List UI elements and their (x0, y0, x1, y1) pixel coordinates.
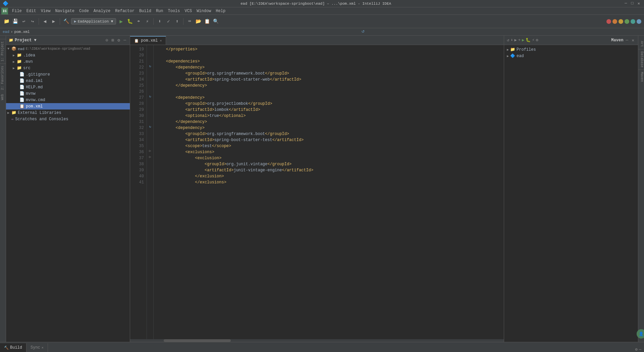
menu-analyze[interactable]: Analyze (92, 8, 112, 14)
color-red[interactable] (606, 19, 611, 24)
run-config-btn[interactable]: ▶ EadApplication ▼ (71, 18, 116, 25)
color-green[interactable] (625, 19, 629, 24)
maximize-btn[interactable]: □ (630, 1, 635, 6)
redo-btn[interactable]: ↪ (29, 18, 36, 25)
project-tree: ▼ 📦 ead E:\IDEA\workspace-springboot\ead… (6, 45, 130, 342)
fold-arrow-37[interactable]: ▷ (149, 155, 151, 159)
tree-idea[interactable]: ▶ 📁 .idea (6, 52, 130, 58)
code-line-38: <groupId>org.junit.vintage</groupId> (156, 161, 501, 167)
maven-minimize-btn[interactable]: — (625, 37, 629, 43)
bottom-tab-build[interactable]: 🔨 Build (0, 343, 26, 352)
back-btn[interactable]: ◀ (41, 18, 49, 25)
maven-download-btn[interactable]: ⬇ (511, 38, 513, 43)
vtab-project[interactable]: 1: Project (0, 39, 6, 63)
menu-view[interactable]: View (39, 8, 53, 14)
maven-run-btn[interactable]: ▶ (522, 38, 524, 43)
panel-header-buttons: ⊙ ⊞ ⚙ — (105, 37, 127, 43)
vtab-maven[interactable]: Maven (638, 70, 644, 84)
color-blue[interactable] (637, 19, 641, 24)
vtab-favorites[interactable]: 2: Favorites (0, 63, 6, 92)
tree-external-libs[interactable]: ▶ 📁 External Libraries (6, 109, 130, 116)
code-line-21: <dependencies> (156, 58, 501, 64)
menu-tools[interactable]: Tools (166, 8, 182, 14)
terminal-btn[interactable]: ⌨ (186, 18, 193, 25)
bottom-settings-btn[interactable]: ⚙ (635, 347, 638, 352)
panel-expand-btn[interactable]: ⊞ (111, 37, 115, 43)
maven-btn[interactable]: 📋 (203, 18, 211, 25)
tab-close-btn[interactable]: ✕ (160, 39, 162, 43)
vtab-database[interactable]: Database (638, 49, 644, 70)
maven-ead[interactable]: ▶ 🔷 ead (505, 53, 637, 59)
tree-mvnw-cmd[interactable]: ▶ 📄 mvnw.cmd (6, 97, 130, 103)
menu-refactor[interactable]: Refactor (113, 8, 137, 14)
bottom-tab-sync[interactable]: Sync ✕ (26, 343, 48, 352)
tree-help-md[interactable]: ▶ 📄 HELP.md (6, 84, 130, 90)
code-line-27: <dependency> (156, 95, 501, 101)
color-yellow[interactable] (619, 19, 623, 24)
explorer-btn[interactable]: 📂 (195, 18, 202, 25)
window-controls[interactable]: — □ ✕ (623, 1, 641, 6)
minimize-btn[interactable]: — (623, 1, 628, 6)
tree-pom-xml[interactable]: ▶ 📋 pom.xml (6, 103, 130, 109)
menu-vcs[interactable]: VCS (183, 8, 194, 14)
maven-skip-tests-btn[interactable]: ⚡ (532, 38, 534, 43)
gutter-arrow-27[interactable]: ↻ (149, 94, 151, 98)
vcs-push-btn[interactable]: ⬆ (173, 18, 181, 25)
bottom-minimize-btn[interactable]: — (639, 347, 641, 352)
fold-arrow-36[interactable]: ▷ (149, 149, 151, 153)
panel-locate-btn[interactable]: ⊙ (105, 37, 109, 43)
gutter-arrow-22[interactable]: ↻ (149, 64, 151, 68)
menu-window[interactable]: Window (195, 8, 213, 14)
tree-mvnw[interactable]: ▶ 📄 mvnw (6, 90, 130, 97)
coverage-btn[interactable]: ☂ (135, 18, 142, 25)
maven-settings-btn[interactable]: ⚙ (536, 38, 538, 43)
panel-settings-btn[interactable]: ⚙ (116, 37, 121, 43)
menu-build[interactable]: Build (137, 8, 153, 14)
code-editor[interactable]: </properties> <dependencies> <dependency… (154, 45, 504, 339)
maven-lifecycle-btn[interactable]: ▶ (514, 38, 517, 43)
tree-gitignore[interactable]: ▶ 📄 .gitignore (6, 71, 130, 78)
menu-navigate[interactable]: Navigate (53, 8, 76, 14)
editor-scrollbar-h[interactable] (130, 339, 504, 342)
search-everywhere-btn[interactable]: 🔍 (212, 18, 219, 25)
sync-tab-close[interactable]: ✕ (42, 346, 44, 350)
editor-tab-pom[interactable]: 📋 pom.xml ✕ (130, 36, 166, 45)
breadcrumb-file[interactable]: pom.xml (14, 30, 30, 34)
tree-mvn[interactable]: ▶ 📁 .mvn (6, 58, 130, 65)
maven-header-right-btns: — ✕ (625, 37, 635, 43)
menu-file[interactable]: File (10, 8, 24, 14)
forward-btn[interactable]: ▶ (50, 18, 57, 25)
breadcrumb-project[interactable]: ead (3, 30, 9, 34)
tree-src[interactable]: ▶ 📁 src (6, 65, 130, 71)
menu-help[interactable]: Help (214, 8, 227, 14)
maven-add-btn[interactable]: + (518, 38, 521, 43)
color-orange[interactable] (612, 19, 617, 24)
run-btn[interactable]: ▶ (117, 18, 125, 25)
build-project-btn[interactable]: 🔨 (62, 18, 70, 25)
maven-profiles[interactable]: ▶ 📁 Profiles (505, 46, 637, 53)
vtab-web[interactable]: Web (0, 92, 6, 102)
vcs-update-btn[interactable]: ⬇ (156, 18, 163, 25)
maven-sync-icon[interactable]: ↺ (362, 28, 368, 34)
profile-btn[interactable]: ⚡ (144, 18, 151, 25)
color-teal[interactable] (631, 19, 635, 24)
editor-tabs: 📋 pom.xml ✕ (130, 36, 504, 45)
gutter-arrow-32[interactable]: ↻ (149, 125, 151, 129)
save-btn[interactable]: 💾 (11, 18, 19, 25)
open-btn[interactable]: 📁 (3, 18, 10, 25)
menu-edit[interactable]: Edit (24, 8, 38, 14)
close-btn[interactable]: ✕ (636, 1, 641, 6)
maven-close-btn[interactable]: ✕ (631, 37, 635, 43)
menu-code[interactable]: Code (77, 8, 91, 14)
tree-root[interactable]: ▼ 📦 ead E:\IDEA\workspace-springboot\ead (6, 46, 130, 52)
vcs-commit-btn[interactable]: ✓ (165, 18, 172, 25)
panel-close-btn[interactable]: — (122, 37, 127, 43)
tree-scratches[interactable]: ▶ ✏ Scratches and Consoles (6, 116, 130, 122)
tree-ead-iml[interactable]: ▶ 📄 ead.iml (6, 78, 130, 84)
menu-run[interactable]: Run (154, 8, 165, 14)
debug-btn[interactable]: 🐛 (126, 18, 133, 25)
maven-reload-btn[interactable]: ↺ (507, 38, 509, 43)
vtab-art[interactable]: Art (638, 39, 644, 49)
undo-btn[interactable]: ↩ (20, 18, 28, 25)
maven-debug-run-btn[interactable]: 🐛 (526, 38, 531, 43)
